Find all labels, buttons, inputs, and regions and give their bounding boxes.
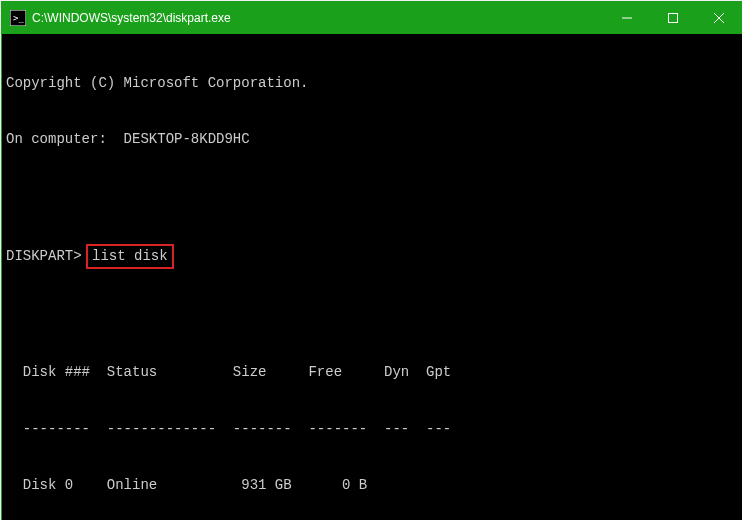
- copyright-line: Copyright (C) Microsoft Corporation.: [6, 74, 738, 93]
- terminal-output[interactable]: Copyright (C) Microsoft Corporation. On …: [2, 34, 742, 520]
- table-divider: -------- ------------- ------- ------- -…: [6, 420, 738, 439]
- window-controls: [604, 2, 742, 34]
- table-row: Disk 0 Online 931 GB 0 B: [6, 476, 738, 495]
- cmd-list-disk: list disk: [86, 244, 174, 269]
- close-icon: [714, 13, 724, 23]
- titlebar: >_ C:\WINDOWS\system32\diskpart.exe: [2, 2, 742, 34]
- svg-rect-3: [669, 14, 678, 23]
- maximize-button[interactable]: [650, 2, 696, 34]
- minimize-button[interactable]: [604, 2, 650, 34]
- window-title: C:\WINDOWS\system32\diskpart.exe: [32, 11, 604, 25]
- diskpart-window: >_ C:\WINDOWS\system32\diskpart.exe Copy…: [1, 1, 742, 520]
- blank-line: [6, 306, 738, 325]
- svg-text:>_: >_: [13, 13, 24, 23]
- maximize-icon: [668, 13, 678, 23]
- computer-line: On computer: DESKTOP-8KDD9HC: [6, 130, 738, 149]
- cmd-icon: >_: [10, 10, 26, 26]
- prompt-line: DISKPART> list disk: [6, 244, 738, 269]
- close-button[interactable]: [696, 2, 742, 34]
- table-header: Disk ### Status Size Free Dyn Gpt: [6, 363, 738, 382]
- prompt-label: DISKPART>: [6, 248, 82, 264]
- blank-line: [6, 187, 738, 206]
- minimize-icon: [622, 13, 632, 23]
